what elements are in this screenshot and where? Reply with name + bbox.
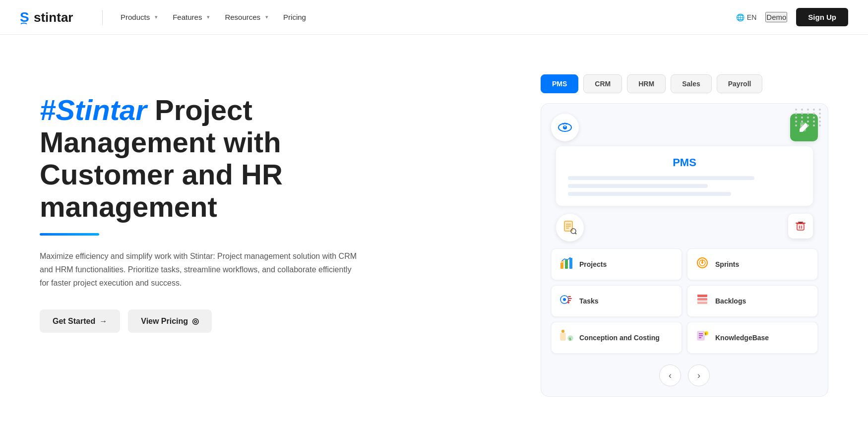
projects-label: Projects — [579, 260, 607, 268]
tab-crm[interactable]: CRM — [583, 74, 622, 93]
knowledgebase-label: KnowledgeBase — [715, 334, 769, 342]
svg-text:!: ! — [705, 332, 707, 336]
get-started-button[interactable]: Get Started → — [40, 309, 120, 333]
eye-svg — [558, 122, 572, 133]
feature-backlogs: Backlogs — [687, 285, 818, 317]
trash-icon — [788, 214, 813, 239]
pms-inner-title: PMS — [568, 156, 801, 169]
tab-sales[interactable]: Sales — [671, 74, 712, 93]
svg-line-15 — [575, 233, 577, 235]
svg-line-6 — [563, 123, 563, 124]
svg-rect-20 — [565, 260, 568, 269]
backlogs-label: Backlogs — [715, 297, 746, 305]
backlogs-icon — [695, 293, 709, 309]
conception-label: Conception and Costing — [579, 334, 660, 342]
tasks-icon — [559, 293, 573, 309]
svg-rect-19 — [560, 263, 563, 269]
feature-knowledgebase: ! KnowledgeBase — [687, 322, 818, 354]
logo-svg: stintar S — [20, 8, 84, 26]
hero-section: #Stintar Project Management with Custome… — [0, 35, 868, 422]
pms-bottom-row — [551, 214, 818, 242]
svg-rect-33 — [560, 333, 565, 340]
carousel-next-button[interactable]: › — [688, 364, 710, 386]
svg-rect-21 — [569, 258, 572, 269]
nav-divider — [102, 10, 103, 25]
conception-icon: $ — [559, 329, 573, 346]
trash-svg — [795, 220, 806, 232]
sprints-icon — [695, 256, 709, 273]
eye-circle-icon: ◎ — [192, 316, 199, 326]
svg-text:stintar: stintar — [34, 10, 73, 25]
get-started-label: Get Started — [53, 317, 95, 326]
demo-button[interactable]: Demo — [765, 12, 787, 22]
knowledgebase-icon: ! — [695, 329, 709, 346]
svg-point-25 — [701, 262, 703, 264]
pms-line-3 — [568, 192, 731, 196]
tasks-label: Tasks — [579, 297, 599, 305]
svg-rect-31 — [697, 298, 707, 301]
feature-grid: Projects Sprints Tasks — [551, 248, 818, 354]
nav-links: Products ▾ Features ▾ Resources ▾ Pricin… — [121, 13, 306, 21]
dots-decoration-tr: for(let i=0;i<25;i++) document.write('<d… — [795, 109, 823, 126]
nav-left: stintar S Products ▾ Features ▾ Resource… — [20, 8, 306, 26]
svg-point-34 — [561, 330, 564, 333]
nav-features[interactable]: Features — [173, 13, 202, 21]
view-pricing-button[interactable]: View Pricing ◎ — [128, 309, 212, 333]
nav-products[interactable]: Products — [121, 13, 150, 21]
svg-point-4 — [564, 126, 566, 127]
tab-hrm[interactable]: HRM — [627, 74, 666, 93]
hero-underline — [40, 233, 99, 236]
doc-svg — [562, 220, 577, 235]
pms-top-icons — [551, 114, 818, 141]
pms-card: for(let i=0;i<25;i++) document.write('<d… — [541, 103, 828, 397]
feature-conception: $ Conception and Costing — [551, 322, 682, 354]
tab-payroll[interactable]: Payroll — [717, 74, 763, 93]
hero-right: PMS CRM HRM Sales Payroll for(let i=0;i<… — [541, 64, 828, 397]
language-selector[interactable]: 🌐 EN — [736, 13, 756, 21]
arrow-right-icon: → — [99, 317, 107, 326]
sprints-label: Sprints — [715, 260, 739, 268]
hero-left: #Stintar Project Management with Custome… — [40, 64, 397, 333]
view-pricing-label: View Pricing — [141, 317, 188, 326]
nav-resources[interactable]: Resources — [225, 13, 260, 21]
pms-inner-card: PMS — [556, 146, 813, 206]
hero-brand: #Stintar — [40, 94, 147, 126]
logo[interactable]: stintar S — [20, 8, 84, 26]
svg-rect-32 — [697, 302, 707, 304]
svg-rect-30 — [697, 295, 707, 297]
globe-icon: 🌐 — [736, 13, 744, 21]
lang-label: EN — [747, 13, 756, 21]
projects-icon — [559, 256, 573, 273]
nav-pricing[interactable]: Pricing — [283, 13, 306, 21]
pms-line-1 — [568, 176, 754, 180]
svg-point-28 — [567, 302, 569, 303]
hero-description: Maximize efficiency and simplify work wi… — [40, 249, 357, 290]
signup-button[interactable]: Sign Up — [796, 8, 848, 26]
pms-line-2 — [568, 184, 708, 188]
nav-right: 🌐 EN Demo Sign Up — [736, 8, 848, 26]
carousel-prev-button[interactable]: ‹ — [659, 364, 681, 386]
hero-buttons: Get Started → View Pricing ◎ — [40, 309, 397, 333]
svg-text:$: $ — [569, 337, 571, 341]
eye-icon — [551, 114, 579, 141]
carousel-nav: ‹ › — [551, 364, 818, 386]
navbar: stintar S Products ▾ Features ▾ Resource… — [0, 0, 868, 35]
product-tabs: PMS CRM HRM Sales Payroll — [541, 74, 828, 93]
feature-projects: Projects — [551, 248, 682, 280]
svg-text:S: S — [20, 9, 29, 25]
feature-sprints: Sprints — [687, 248, 818, 280]
svg-line-7 — [566, 123, 567, 124]
doc-icon — [556, 214, 584, 242]
svg-rect-16 — [797, 224, 804, 230]
svg-point-27 — [563, 298, 566, 301]
hero-title: #Stintar Project Management with Custome… — [40, 94, 397, 223]
feature-tasks: Tasks — [551, 285, 682, 317]
tab-pms[interactable]: PMS — [541, 74, 578, 93]
